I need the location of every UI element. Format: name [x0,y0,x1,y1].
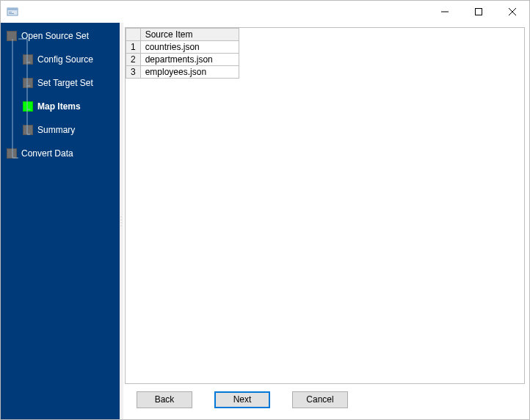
step-box-icon [23,101,33,112]
svg-rect-1 [7,8,18,10]
content-area: Source Item 1 countries.json 2 departmen… [125,27,525,384]
source-item-table: Source Item 1 countries.json 2 departmen… [126,28,239,79]
maximize-button[interactable] [462,1,495,23]
close-button[interactable] [495,1,529,23]
app-icon [7,6,18,18]
column-header-source-item[interactable]: Source Item [140,29,239,41]
wizard-sidebar: Open Source Set Config Source Set Target… [1,23,120,419]
step-set-target-set[interactable]: Set Target Set [1,74,120,92]
title-left [7,6,23,18]
step-box-icon [7,148,17,159]
step-map-items[interactable]: Map Items [1,98,120,115]
table-row[interactable]: 3 employees.json [126,66,239,79]
cancel-button[interactable]: Cancel [292,391,348,408]
table-row[interactable]: 2 departments.json [126,54,239,66]
wizard-window: Open Source Set Config Source Set Target… [0,0,530,420]
step-convert-data[interactable]: Convert Data [1,145,120,162]
row-number: 2 [126,54,141,66]
window-controls [428,1,529,23]
step-label: Map Items [37,101,81,112]
step-label: Set Target Set [37,78,93,88]
step-box-icon [23,125,33,135]
step-box-icon [7,31,17,41]
next-button[interactable]: Next [214,391,270,408]
minimize-button[interactable] [428,1,462,23]
row-number: 3 [126,66,141,79]
cell-source-item[interactable]: departments.json [140,54,239,66]
table-corner [126,29,141,41]
wizard-steps: Open Source Set Config Source Set Target… [1,27,120,162]
step-label: Open Source Set [21,31,89,41]
step-config-source[interactable]: Config Source [1,51,120,68]
row-number: 1 [126,41,141,54]
step-open-source-set[interactable]: Open Source Set [1,27,120,45]
back-button[interactable]: Back [137,391,192,408]
step-summary[interactable]: Summary [1,121,120,139]
wizard-footer: Back Next Cancel [125,384,525,415]
titlebar [1,1,529,23]
cell-source-item[interactable]: employees.json [140,66,239,79]
svg-rect-2 [9,12,12,12]
table-row[interactable]: 1 countries.json [126,41,239,54]
body: Open Source Set Config Source Set Target… [1,23,529,419]
splitter[interactable]: ········ [120,23,123,419]
step-label: Summary [37,125,75,135]
step-label: Config Source [37,54,93,65]
main-panel: Source Item 1 countries.json 2 departmen… [123,23,529,419]
step-box-icon [23,54,33,65]
svg-rect-3 [9,13,14,14]
step-label: Convert Data [21,148,73,159]
splitter-grip-icon: ········ [120,215,121,227]
cell-source-item[interactable]: countries.json [140,41,239,54]
svg-rect-5 [476,9,482,15]
step-box-icon [23,78,33,88]
